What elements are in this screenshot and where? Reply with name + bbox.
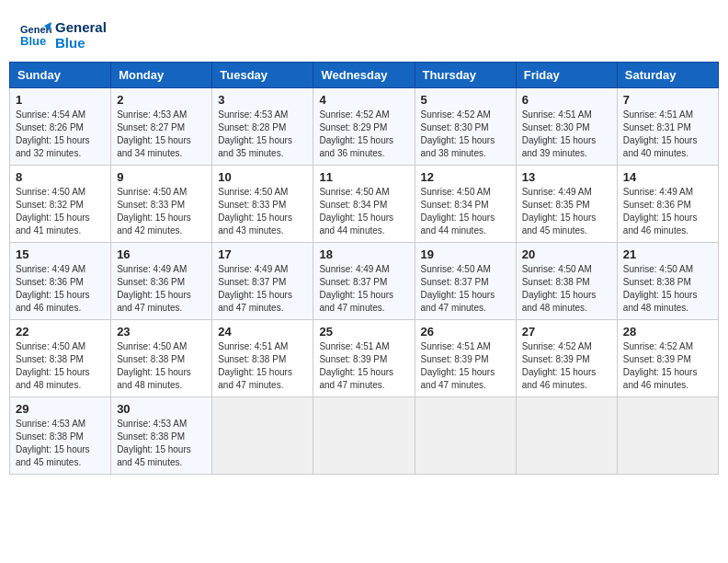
calendar-table: SundayMondayTuesdayWednesdayThursdayFrid…: [9, 62, 719, 475]
calendar-cell: 23 Sunrise: 4:50 AM Sunset: 8:38 PM Dayl…: [111, 320, 212, 397]
sunset-text: Sunset: 8:36 PM: [623, 200, 691, 210]
logo-text-general: General: [55, 19, 107, 35]
sunset-text: Sunset: 8:39 PM: [421, 354, 489, 364]
sunset-text: Sunset: 8:38 PM: [117, 354, 185, 364]
calendar-cell: [212, 397, 313, 475]
daylight-text: Daylight: 15 hours and 47 minutes.: [218, 290, 292, 313]
calendar-cell: 6 Sunrise: 4:51 AM Sunset: 8:30 PM Dayli…: [516, 88, 617, 166]
calendar-cell: 27 Sunrise: 4:52 AM Sunset: 8:39 PM Dayl…: [516, 320, 617, 397]
logo: General Blue General Blue: [18, 18, 107, 52]
sunset-text: Sunset: 8:36 PM: [117, 277, 185, 287]
day-number: 4: [319, 93, 408, 107]
day-number: 3: [218, 93, 307, 107]
day-number: 13: [522, 170, 611, 184]
day-number: 22: [16, 325, 105, 339]
daylight-text: Daylight: 15 hours and 46 minutes.: [16, 290, 90, 313]
daylight-text: Daylight: 15 hours and 47 minutes.: [319, 367, 393, 390]
daylight-text: Daylight: 15 hours and 45 minutes.: [522, 213, 597, 236]
calendar-header: SundayMondayTuesdayWednesdayThursdayFrid…: [10, 63, 719, 88]
calendar-cell: 26 Sunrise: 4:51 AM Sunset: 8:39 PM Dayl…: [415, 320, 516, 397]
daylight-text: Daylight: 15 hours and 45 minutes.: [117, 444, 191, 467]
sunrise-text: Sunrise: 4:53 AM: [16, 419, 85, 429]
sunrise-text: Sunrise: 4:52 AM: [522, 341, 592, 351]
daylight-text: Daylight: 15 hours and 44 minutes.: [319, 213, 393, 236]
daylight-text: Daylight: 15 hours and 46 minutes.: [623, 213, 698, 236]
daylight-text: Daylight: 15 hours and 35 minutes.: [218, 135, 292, 158]
daylight-text: Daylight: 15 hours and 46 minutes.: [522, 367, 597, 390]
day-number: 14: [623, 170, 712, 184]
day-number: 20: [522, 247, 611, 261]
sunset-text: Sunset: 8:39 PM: [319, 354, 387, 364]
sunrise-text: Sunrise: 4:51 AM: [319, 341, 389, 351]
calendar-cell: 19 Sunrise: 4:50 AM Sunset: 8:37 PM Dayl…: [415, 243, 516, 320]
sunrise-text: Sunrise: 4:50 AM: [421, 264, 491, 274]
calendar-cell: 13 Sunrise: 4:49 AM Sunset: 8:35 PM Dayl…: [516, 166, 617, 243]
sunrise-text: Sunrise: 4:50 AM: [522, 264, 592, 274]
day-number: 12: [421, 170, 510, 184]
sunset-text: Sunset: 8:32 PM: [16, 200, 84, 210]
daylight-text: Daylight: 15 hours and 48 minutes.: [117, 367, 191, 390]
day-number: 2: [117, 93, 206, 107]
sunrise-text: Sunrise: 4:50 AM: [117, 341, 187, 351]
day-number: 23: [117, 325, 206, 339]
calendar-cell: [617, 397, 718, 475]
calendar-cell: 12 Sunrise: 4:50 AM Sunset: 8:34 PM Dayl…: [415, 166, 516, 243]
dow-header: Sunday: [10, 63, 111, 88]
calendar-cell: [516, 397, 617, 475]
daylight-text: Daylight: 15 hours and 47 minutes.: [117, 290, 191, 313]
sunset-text: Sunset: 8:31 PM: [623, 122, 691, 132]
calendar-cell: 30 Sunrise: 4:53 AM Sunset: 8:38 PM Dayl…: [111, 397, 212, 475]
day-number: 21: [623, 247, 712, 261]
day-number: 18: [319, 247, 408, 261]
daylight-text: Daylight: 15 hours and 36 minutes.: [319, 135, 393, 158]
sunset-text: Sunset: 8:26 PM: [16, 122, 84, 132]
sunset-text: Sunset: 8:36 PM: [16, 277, 84, 287]
calendar-cell: 20 Sunrise: 4:50 AM Sunset: 8:38 PM Dayl…: [516, 243, 617, 320]
day-number: 26: [421, 325, 510, 339]
logo-icon: General Blue: [18, 18, 51, 52]
daylight-text: Daylight: 15 hours and 44 minutes.: [421, 213, 495, 236]
day-number: 27: [522, 325, 611, 339]
day-number: 5: [421, 93, 510, 107]
day-number: 15: [16, 247, 105, 261]
calendar-cell: 14 Sunrise: 4:49 AM Sunset: 8:36 PM Dayl…: [617, 166, 718, 243]
sunset-text: Sunset: 8:30 PM: [421, 122, 489, 132]
day-number: 10: [218, 170, 307, 184]
daylight-text: Daylight: 15 hours and 39 minutes.: [522, 135, 597, 158]
sunrise-text: Sunrise: 4:53 AM: [218, 109, 288, 120]
dow-header: Wednesday: [313, 63, 415, 88]
daylight-text: Daylight: 15 hours and 45 minutes.: [16, 444, 90, 467]
dow-header: Thursday: [415, 63, 516, 88]
sunset-text: Sunset: 8:37 PM: [421, 277, 489, 287]
calendar-cell: [313, 397, 415, 475]
calendar-cell: 3 Sunrise: 4:53 AM Sunset: 8:28 PM Dayli…: [212, 88, 313, 166]
day-number: 28: [623, 325, 712, 339]
sunrise-text: Sunrise: 4:50 AM: [16, 341, 85, 351]
sunset-text: Sunset: 8:38 PM: [16, 354, 84, 364]
daylight-text: Daylight: 15 hours and 38 minutes.: [421, 135, 495, 158]
daylight-text: Daylight: 15 hours and 41 minutes.: [16, 213, 90, 236]
day-number: 11: [319, 170, 408, 184]
daylight-text: Daylight: 15 hours and 47 minutes.: [421, 367, 495, 390]
sunrise-text: Sunrise: 4:49 AM: [117, 264, 187, 274]
sunset-text: Sunset: 8:33 PM: [117, 200, 185, 210]
day-number: 7: [623, 93, 712, 107]
dow-header: Friday: [516, 63, 617, 88]
sunset-text: Sunset: 8:34 PM: [319, 200, 387, 210]
daylight-text: Daylight: 15 hours and 47 minutes.: [319, 290, 393, 313]
sunset-text: Sunset: 8:39 PM: [623, 354, 691, 364]
day-number: 1: [16, 93, 105, 107]
sunset-text: Sunset: 8:29 PM: [319, 122, 387, 132]
sunset-text: Sunset: 8:37 PM: [319, 277, 387, 287]
sunset-text: Sunset: 8:38 PM: [623, 277, 691, 287]
sunrise-text: Sunrise: 4:50 AM: [16, 187, 85, 197]
daylight-text: Daylight: 15 hours and 42 minutes.: [117, 213, 191, 236]
sunrise-text: Sunrise: 4:50 AM: [218, 187, 288, 197]
sunrise-text: Sunrise: 4:52 AM: [421, 109, 491, 120]
sunset-text: Sunset: 8:27 PM: [117, 122, 185, 132]
sunrise-text: Sunrise: 4:53 AM: [117, 109, 187, 120]
calendar-cell: 15 Sunrise: 4:49 AM Sunset: 8:36 PM Dayl…: [10, 243, 111, 320]
sunrise-text: Sunrise: 4:49 AM: [319, 264, 389, 274]
calendar-cell: 16 Sunrise: 4:49 AM Sunset: 8:36 PM Dayl…: [111, 243, 212, 320]
calendar-cell: 24 Sunrise: 4:51 AM Sunset: 8:38 PM Dayl…: [212, 320, 313, 397]
